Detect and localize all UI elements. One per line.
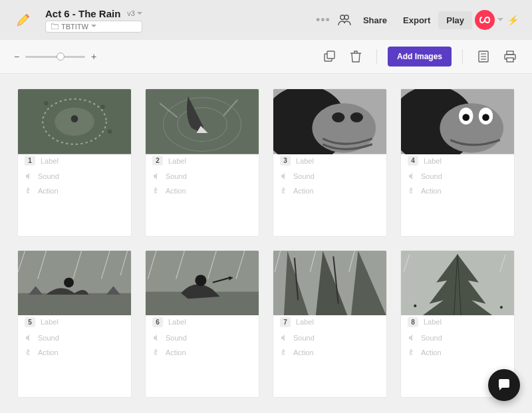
label-field[interactable]: 4 Label [408, 156, 507, 166]
app-logo[interactable] [9, 6, 37, 34]
storyboard-frame[interactable]: 6 Label Sound Action [145, 250, 259, 398]
toolbar: − + Add Images [0, 40, 532, 74]
frame-thumbnail[interactable] [273, 251, 386, 312]
storyboard-frame[interactable]: 4 Label Sound Action [400, 88, 515, 237]
zoom-in-button[interactable]: + [89, 51, 98, 62]
sound-field[interactable]: Sound [280, 172, 380, 180]
share-button[interactable]: Share [355, 11, 395, 29]
svg-rect-3 [327, 51, 334, 59]
label-field[interactable]: 5 Label [25, 317, 124, 327]
sound-field[interactable]: Sound [25, 172, 124, 180]
sound-field[interactable]: Sound [152, 334, 252, 342]
trash-icon [350, 50, 362, 63]
action-field[interactable]: Action [280, 348, 380, 356]
action-icon [408, 348, 416, 356]
frame-thumbnail[interactable] [401, 251, 514, 312]
export-button[interactable]: Export [395, 11, 438, 29]
frame-meta: 8 Label Sound Action [401, 312, 514, 362]
frame-number: 3 [280, 156, 291, 166]
frame-thumbnail[interactable] [273, 89, 386, 150]
svg-point-25 [155, 188, 157, 190]
action-icon [25, 187, 33, 195]
sound-icon [408, 172, 416, 180]
storyboard-frame[interactable]: 2 Label Sound Action [145, 88, 259, 237]
sound-icon [152, 334, 160, 342]
frame-number: 4 [408, 156, 418, 166]
app-header: Act 6 - The Rain v3 TBTITW ••• Share Exp… [0, 0, 532, 40]
frame-meta: 1 Label Sound Action [18, 150, 131, 200]
title-block: Act 6 - The Rain v3 TBTITW [45, 8, 142, 33]
sound-field[interactable]: Sound [408, 172, 507, 180]
print-button[interactable] [500, 47, 520, 67]
action-field[interactable]: Action [152, 348, 252, 356]
action-icon [152, 187, 160, 195]
duplicate-button[interactable] [319, 47, 339, 67]
sound-icon [25, 334, 33, 342]
svg-point-14 [71, 115, 78, 122]
frame-thumbnail[interactable] [401, 89, 514, 150]
label-field[interactable]: 1 Label [25, 156, 124, 166]
more-menu[interactable]: ••• [313, 9, 334, 31]
svg-point-71 [414, 304, 416, 307]
zoom-out-button[interactable]: − [12, 51, 21, 62]
frame-thumbnail[interactable] [146, 251, 259, 312]
folder-dropdown[interactable]: TBTITW [45, 21, 142, 33]
sound-field[interactable]: Sound [25, 334, 124, 342]
frame-meta: 4 Label Sound Action [401, 150, 514, 200]
frame-meta: 5 Label Sound Action [18, 312, 131, 362]
zoom-slider[interactable] [25, 56, 85, 58]
frame-thumbnail[interactable] [18, 251, 131, 312]
action-icon [408, 187, 416, 195]
label-field[interactable]: 6 Label [152, 317, 252, 327]
sound-field[interactable]: Sound [280, 334, 380, 342]
frame-thumbnail[interactable] [18, 89, 131, 150]
svg-rect-19 [146, 89, 259, 154]
chevron-down-icon[interactable] [497, 18, 503, 22]
action-field[interactable]: Action [280, 187, 380, 195]
storyboard-frame[interactable]: 7 Label Sound Action [273, 250, 387, 398]
svg-point-38 [482, 114, 489, 121]
label-field[interactable]: 2 Label [152, 156, 252, 166]
zoom-slider-thumb[interactable] [57, 53, 65, 61]
action-field[interactable]: Action [408, 348, 507, 356]
script-view-button[interactable] [473, 47, 493, 67]
svg-point-42 [64, 277, 74, 287]
sound-icon [25, 172, 33, 180]
frame-meta: 2 Label Sound Action [146, 150, 259, 200]
svg-point-36 [462, 114, 469, 121]
label-field[interactable]: 8 Label [408, 317, 507, 327]
frame-meta: 7 Label Sound Action [273, 312, 386, 362]
sound-field[interactable]: Sound [408, 334, 507, 342]
action-field[interactable]: Action [152, 187, 252, 195]
storyboard-frame[interactable]: 1 Label Sound Action [17, 88, 132, 237]
chat-button[interactable] [488, 369, 520, 401]
storyboard-frame[interactable]: 3 Label Sound Action [273, 88, 387, 237]
action-icon [280, 187, 288, 195]
storyboard-frame[interactable]: 5 Label Sound Action [17, 250, 132, 398]
sound-icon [280, 172, 288, 180]
printer-icon [503, 51, 517, 63]
play-button[interactable]: Play [438, 11, 472, 29]
frame-thumbnail[interactable] [146, 89, 259, 150]
label-field[interactable]: 7 Label [280, 317, 380, 327]
delete-button[interactable] [346, 47, 366, 67]
action-field[interactable]: Action [408, 187, 507, 195]
collaborators-button[interactable] [334, 9, 355, 31]
bolt-icon[interactable]: ⚡ [503, 15, 523, 25]
label-field[interactable]: 3 Label [280, 156, 380, 166]
action-field[interactable]: Action [25, 187, 124, 195]
sound-field[interactable]: Sound [152, 172, 252, 180]
infinity-icon [479, 16, 490, 24]
sound-icon [280, 334, 288, 342]
version-dropdown[interactable]: v3 [127, 9, 142, 17]
document-icon [477, 50, 489, 63]
action-field[interactable]: Action [25, 348, 124, 356]
svg-point-29 [332, 112, 344, 122]
svg-point-73 [410, 349, 412, 351]
add-images-button[interactable]: Add Images [388, 47, 452, 67]
svg-rect-10 [507, 58, 513, 62]
frame-meta: 6 Label Sound Action [146, 312, 259, 362]
brand-badge[interactable] [475, 10, 495, 30]
copy-icon [323, 50, 336, 63]
svg-point-53 [195, 275, 206, 286]
